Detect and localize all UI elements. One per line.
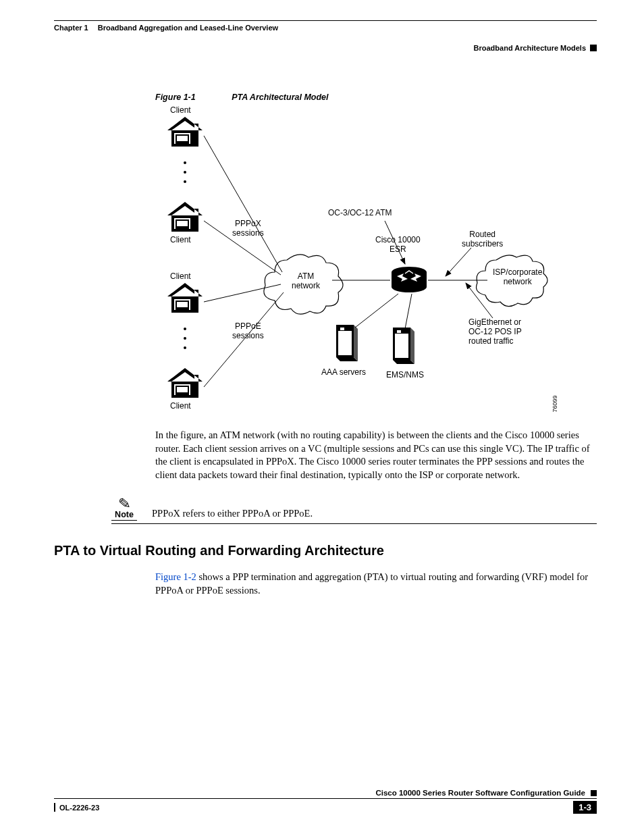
svg-point-16 bbox=[184, 161, 186, 164]
label-atm-network: ATM network bbox=[292, 272, 320, 291]
svg-point-21 bbox=[184, 346, 186, 349]
footer-marker-icon bbox=[591, 790, 597, 796]
label-gigethernet: GigEthernet or OC-12 POS IP routed traff… bbox=[468, 318, 522, 346]
label-client: Client bbox=[170, 106, 191, 115]
figure-label: Figure 1-1 bbox=[155, 93, 196, 102]
figure-id: 76099 bbox=[551, 395, 558, 412]
svg-line-28 bbox=[355, 294, 398, 328]
footer-tick-icon bbox=[54, 803, 55, 812]
label-client: Client bbox=[170, 236, 191, 245]
figure-title: PTA Architectural Model bbox=[232, 93, 328, 102]
label-pppoe: PPPoE sessions bbox=[232, 322, 264, 341]
svg-line-24 bbox=[204, 284, 281, 302]
page-footer: Cisco 10000 Series Router Software Confi… bbox=[54, 789, 597, 814]
figure-caption: Figure 1-1 PTA Architectural Model bbox=[155, 93, 597, 102]
figure-1-2-link[interactable]: Figure 1-2 bbox=[155, 571, 196, 582]
page-header: Chapter 1 Broadband Aggregation and Leas… bbox=[54, 24, 597, 32]
page-number: 1-3 bbox=[573, 801, 597, 814]
svg-point-17 bbox=[184, 171, 186, 174]
heading-pta-vrf: PTA to Virtual Routing and Forwarding Ar… bbox=[54, 543, 597, 558]
svg-point-18 bbox=[184, 180, 186, 183]
svg-line-29 bbox=[405, 294, 412, 329]
label-ems-nms: EMS/NMS bbox=[386, 371, 424, 380]
chapter-number: Chapter 1 bbox=[54, 24, 88, 32]
chapter-title: Broadband Aggregation and Leased-Line Ov… bbox=[98, 24, 278, 32]
label-oc3: OC-3/OC-12 ATM bbox=[328, 209, 392, 218]
label-client: Client bbox=[170, 272, 191, 282]
note-icon: ✎ bbox=[117, 496, 131, 512]
figure-diagram: Client Client Client Client PPPoX sessio… bbox=[155, 106, 560, 417]
note-block: ✎ Note PPPoX refers to either PPPoA or P… bbox=[111, 496, 597, 524]
label-cisco-esr: Cisco 10000 ESR bbox=[375, 236, 421, 255]
svg-point-19 bbox=[184, 328, 186, 330]
body-paragraph-2: Figure 1-2 shows a PPP termination and a… bbox=[155, 571, 597, 597]
note-text: PPPoX refers to either PPPoA or PPPoE. bbox=[152, 508, 313, 521]
header-marker-icon bbox=[590, 45, 597, 51]
label-client: Client bbox=[170, 402, 191, 411]
footer-guide-title: Cisco 10000 Series Router Software Confi… bbox=[375, 789, 585, 797]
svg-line-31 bbox=[446, 248, 471, 276]
label-pppox: PPPoX sessions bbox=[232, 219, 264, 238]
label-isp-network: ISP/corporate network bbox=[493, 268, 542, 287]
footer-doc-id: OL-2226-23 bbox=[59, 804, 99, 812]
svg-point-20 bbox=[184, 337, 186, 340]
section-title: Broadband Architecture Models bbox=[474, 44, 586, 52]
label-routed-subs: Routed subscribers bbox=[462, 230, 503, 249]
label-aaa: AAA servers bbox=[321, 368, 366, 377]
svg-line-22 bbox=[204, 136, 282, 272]
body-paragraph-2-rest: shows a PPP termination and aggregation … bbox=[155, 571, 588, 596]
svg-line-32 bbox=[466, 283, 493, 318]
body-paragraph-1: In the figure, an ATM network (with no r… bbox=[155, 429, 597, 481]
